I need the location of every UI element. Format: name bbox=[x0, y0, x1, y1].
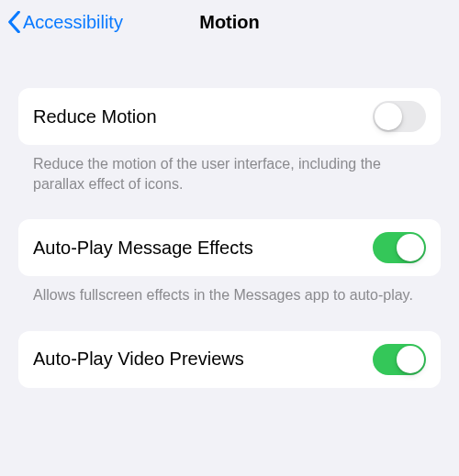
group-footer: Reduce the motion of the user interface,… bbox=[18, 145, 441, 194]
row-label: Reduce Motion bbox=[33, 106, 157, 127]
group-autoplay-message-effects: Auto-Play Message Effects Allows fullscr… bbox=[18, 219, 441, 305]
page-title: Motion bbox=[199, 12, 260, 33]
row-autoplay-video-previews[interactable]: Auto-Play Video Previews bbox=[18, 331, 441, 388]
switch-autoplay-video-previews[interactable] bbox=[373, 344, 426, 375]
switch-knob bbox=[397, 234, 424, 261]
group-autoplay-video-previews: Auto-Play Video Previews bbox=[18, 331, 441, 388]
group-footer: Allows fullscreen effects in the Message… bbox=[18, 276, 441, 305]
back-label: Accessibility bbox=[23, 12, 123, 33]
switch-reduce-motion[interactable] bbox=[373, 101, 426, 132]
row-label: Auto-Play Video Previews bbox=[33, 349, 244, 370]
switch-knob bbox=[397, 346, 424, 373]
back-button[interactable]: Accessibility bbox=[7, 11, 123, 33]
row-reduce-motion[interactable]: Reduce Motion bbox=[18, 88, 441, 145]
row-label: Auto-Play Message Effects bbox=[33, 238, 253, 259]
settings-content: Reduce Motion Reduce the motion of the u… bbox=[0, 44, 459, 388]
chevron-left-icon bbox=[7, 11, 21, 33]
row-autoplay-message-effects[interactable]: Auto-Play Message Effects bbox=[18, 219, 441, 276]
switch-autoplay-message-effects[interactable] bbox=[373, 232, 426, 263]
switch-knob bbox=[375, 103, 402, 130]
nav-bar: Accessibility Motion bbox=[0, 0, 459, 44]
group-reduce-motion: Reduce Motion Reduce the motion of the u… bbox=[18, 88, 441, 194]
